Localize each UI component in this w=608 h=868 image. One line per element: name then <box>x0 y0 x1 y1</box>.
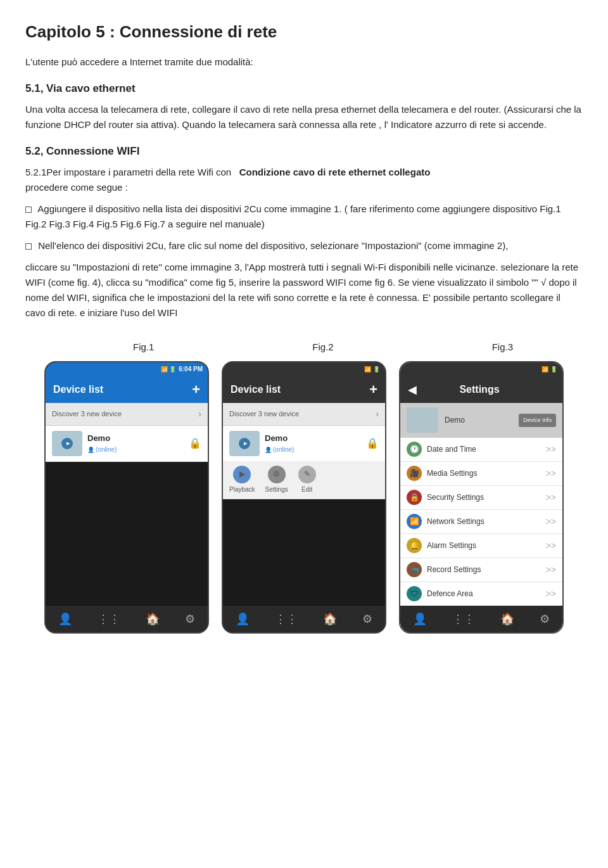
fig2-play-btn <box>239 438 250 449</box>
fig3-back-btn[interactable]: ◀ <box>408 381 417 399</box>
fig3-icon-security: 🔒 <box>407 490 422 505</box>
fig1-bottom-bar: 👤 ⋮⋮ 🏠 ⚙ <box>46 606 208 632</box>
checkbox-bullet-2 <box>25 243 32 250</box>
fig1-discover-text: Discover 3 new device <box>52 409 122 420</box>
fig3-arrow-alarm: >> <box>546 539 556 552</box>
fig3-settings-network[interactable]: 📶 Network Settings >> <box>400 510 562 534</box>
fig2-bottom-person[interactable]: 👤 <box>236 610 250 629</box>
fig2-submenu-settings[interactable]: ⚙ Settings <box>265 466 288 495</box>
fig3-label-network: Network Settings <box>427 516 546 528</box>
fig3-label: Fig.3 <box>422 340 583 355</box>
bullet-1: Aggiungere il dispositivo nella lista de… <box>25 201 583 232</box>
fig3-settings-media[interactable]: 🎥 Media Settings >> <box>400 462 562 486</box>
fig3-arrow-network: >> <box>546 514 556 528</box>
fig1-bottom-person[interactable]: 👤 <box>58 610 72 629</box>
fig2-label: Fig.2 <box>243 340 403 355</box>
fig3-bottom-person[interactable]: 👤 <box>413 610 427 629</box>
fig3-icon-network: 📶 <box>407 514 422 529</box>
section-51-title: 5.1, Via cavo ethernet <box>25 80 583 97</box>
fig2-discover-arrow: › <box>376 407 379 421</box>
fig1-device-name: Demo <box>87 432 201 445</box>
bullet-2: Nell'elenco dei dispositivi 2Cu, fare cl… <box>25 238 583 253</box>
fig3-device-info-btn[interactable]: Device Info <box>519 414 556 426</box>
fig2-submenu-playback[interactable]: ▶ Playback <box>229 466 255 495</box>
page-title: Capitolo 5 : Connessione di rete <box>25 19 583 46</box>
fig2-device-status: (online) <box>265 445 379 455</box>
para-3: cliccare su "Impostazioni di rete" come … <box>25 260 583 321</box>
fig1-device-thumb <box>52 431 82 456</box>
fig2-bottom-gear[interactable]: ⚙ <box>362 610 372 629</box>
fig3-header-title: Settings <box>459 381 499 398</box>
fig3-device-name: Demo <box>445 414 465 426</box>
fig2-phone: 📶 🔋 Device list + Discover 3 new device … <box>222 361 386 634</box>
section-521-bold: Condizione cavo di rete ethernet collega… <box>239 167 431 177</box>
fig1-discover-bar[interactable]: Discover 3 new device › <box>46 403 208 426</box>
fig3-settings-list: 🕐 Date and Time >> 🎥 Media Settings >> 🔒… <box>400 438 562 630</box>
fig3-settings-record[interactable]: 📹 Record Settings >> <box>400 558 562 582</box>
section-521-label: 5.2.1Per impostare i parametri della ret… <box>25 167 231 177</box>
fig3-arrow-security: >> <box>546 490 556 504</box>
fig3-arrow-media: >> <box>546 466 556 480</box>
fig3-arrow-date-time: >> <box>546 442 556 456</box>
fig1-device-status: (online) <box>87 445 201 455</box>
fig3-icon-record: 📹 <box>407 562 422 577</box>
fig2-device-name: Demo <box>265 432 379 445</box>
fig1-bottom-gear[interactable]: ⚙ <box>185 610 195 629</box>
section-51-text: Una volta accesa la telecamera di rete, … <box>25 102 583 132</box>
fig3-label-security: Security Settings <box>427 492 546 504</box>
fig3-label-record: Record Settings <box>427 564 546 576</box>
fig1-plus-btn[interactable]: + <box>192 378 200 400</box>
intro-text: L'utente può accedere a Internet tramite… <box>25 54 583 70</box>
fig2-header-title: Device list <box>231 381 281 398</box>
fig3-settings-alarm[interactable]: 🔔 Alarm Settings >> <box>400 534 562 558</box>
fig1-device-info: Demo (online) <box>87 432 201 456</box>
fig1-phone: 📶 🔋 6:04 PM Device list + Discover 3 new… <box>44 361 209 634</box>
fig2-device-thumb <box>229 431 260 456</box>
fig3-label-media: Media Settings <box>427 468 546 480</box>
fig3-bottom-bar: 👤 ⋮⋮ 🏠 ⚙ <box>400 606 562 632</box>
checkbox-bullet-1 <box>25 207 32 213</box>
fig3-label-alarm: Alarm Settings <box>427 540 546 552</box>
section-521-text: 5.2.1Per impostare i parametri della ret… <box>25 165 583 195</box>
fig1-status-time: 6:04 PM <box>179 364 203 374</box>
fig3-device-thumb <box>407 407 438 433</box>
fig3-bottom-home[interactable]: 🏠 <box>500 610 514 629</box>
fig3-icon-media: 🎥 <box>407 466 422 481</box>
section-52-title: 5.2, Connessione WIFI <box>25 143 583 160</box>
section-521-procedere: procedere come segue : <box>25 182 128 193</box>
fig3-arrow-defence: >> <box>546 587 556 601</box>
fig3-label-defence: Defence Area <box>427 588 546 600</box>
fig1-play-btn <box>61 438 73 449</box>
fig1-device-lock: 🔒 <box>189 435 201 452</box>
fig2-submenu: ▶ Playback ⚙ Settings ✎ Edit <box>223 462 385 499</box>
fig3-phone: 📶 🔋 ◀ Settings Demo Device Info 🕐 Date a… <box>399 361 564 634</box>
fig1-bottom-grid[interactable]: ⋮⋮ <box>98 610 120 629</box>
fig2-bottom-home[interactable]: 🏠 <box>323 610 337 629</box>
fig3-label-date-time: Date and Time <box>427 444 546 456</box>
fig2-discover-text: Discover 3 new device <box>229 409 299 420</box>
fig2-device-lock: 🔒 <box>366 435 379 452</box>
fig3-icon-defence: 🛡 <box>407 586 422 601</box>
fig3-device-preview: Demo Device Info <box>400 403 562 438</box>
fig2-bottom-grid[interactable]: ⋮⋮ <box>275 610 298 629</box>
figure-labels: Fig.1 Fig.2 Fig.3 <box>25 340 583 355</box>
fig3-settings-date-time[interactable]: 🕐 Date and Time >> <box>400 438 562 462</box>
fig1-bottom-home[interactable]: 🏠 <box>146 610 160 629</box>
fig3-bottom-grid[interactable]: ⋮⋮ <box>452 610 475 629</box>
fig3-icon-date-time: 🕐 <box>407 442 422 457</box>
fig3-settings-security[interactable]: 🔒 Security Settings >> <box>400 486 562 510</box>
fig2-plus-btn[interactable]: + <box>369 378 377 400</box>
fig2-bottom-bar: 👤 ⋮⋮ 🏠 ⚙ <box>223 606 385 632</box>
fig1-device-item[interactable]: Demo (online) 🔒 <box>46 426 208 462</box>
fig1-label: Fig.1 <box>63 340 224 355</box>
fig2-device-item[interactable]: Demo (online) 🔒 <box>223 426 385 462</box>
fig2-submenu-edit[interactable]: ✎ Edit <box>298 466 316 495</box>
fig1-discover-arrow: › <box>198 407 201 421</box>
figures-row: 📶 🔋 6:04 PM Device list + Discover 3 new… <box>44 361 583 634</box>
fig3-arrow-record: >> <box>546 563 556 577</box>
fig3-bottom-gear[interactable]: ⚙ <box>540 610 550 629</box>
fig2-device-info: Demo (online) <box>265 432 379 456</box>
fig1-header-title: Device list <box>53 381 103 398</box>
fig3-settings-defence[interactable]: 🛡 Defence Area >> <box>400 582 562 606</box>
fig2-discover-bar[interactable]: Discover 3 new device › <box>223 403 385 426</box>
